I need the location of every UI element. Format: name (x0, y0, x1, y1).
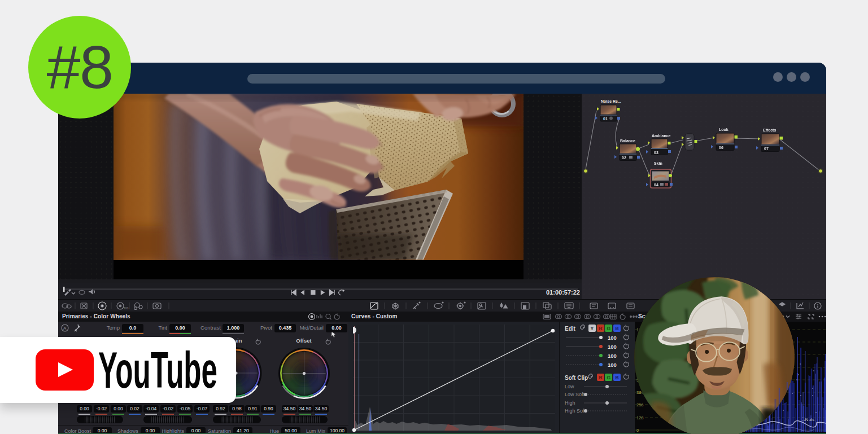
svg-text:06: 06 (719, 146, 723, 150)
svg-text:B: B (616, 375, 619, 380)
svg-text:YouTube: YouTube (98, 345, 217, 396)
svg-text:100: 100 (608, 362, 617, 368)
svg-text:03: 03 (654, 151, 658, 155)
svg-text:01: 01 (603, 117, 608, 121)
svg-text:02: 02 (622, 156, 626, 160)
svg-text:01:00:57:22: 01:00:57:22 (546, 289, 580, 296)
svg-text:Low Soft: Low Soft (565, 392, 585, 397)
svg-text:Low: Low (565, 384, 574, 389)
svg-text:100: 100 (608, 353, 617, 359)
svg-text:07: 07 (764, 147, 769, 151)
svg-text:Skin: Skin (654, 161, 662, 165)
svg-text:Noise Re...: Noise Re... (601, 99, 621, 103)
svg-text:High Soft: High Soft (565, 408, 586, 414)
svg-text:G: G (607, 326, 611, 331)
svg-text:256: 256 (636, 402, 644, 407)
svg-text:G: G (607, 375, 611, 380)
svg-text:128: 128 (636, 415, 644, 420)
svg-text:Soft Clip: Soft Clip (565, 375, 588, 381)
svg-text:B: B (616, 326, 619, 331)
svg-text:04: 04 (654, 183, 658, 187)
svg-text:R: R (599, 326, 603, 331)
svg-text:R: R (599, 375, 603, 380)
svg-text:A: A (63, 326, 67, 331)
svg-text:100: 100 (608, 335, 617, 341)
svg-text:Look: Look (719, 128, 729, 131)
svg-text:Y: Y (591, 326, 594, 331)
svg-text:100: 100 (124, 306, 129, 310)
svg-text:Effects: Effects (763, 128, 776, 132)
svg-text:Ambiance: Ambiance (652, 134, 671, 138)
svg-text:Balance: Balance (620, 139, 635, 143)
svg-text:100: 100 (608, 344, 617, 350)
svg-text:High: High (565, 400, 575, 406)
svg-text:⠵Nuts: ⠵Nuts (802, 417, 814, 422)
svg-text:Edit: Edit (565, 326, 576, 332)
